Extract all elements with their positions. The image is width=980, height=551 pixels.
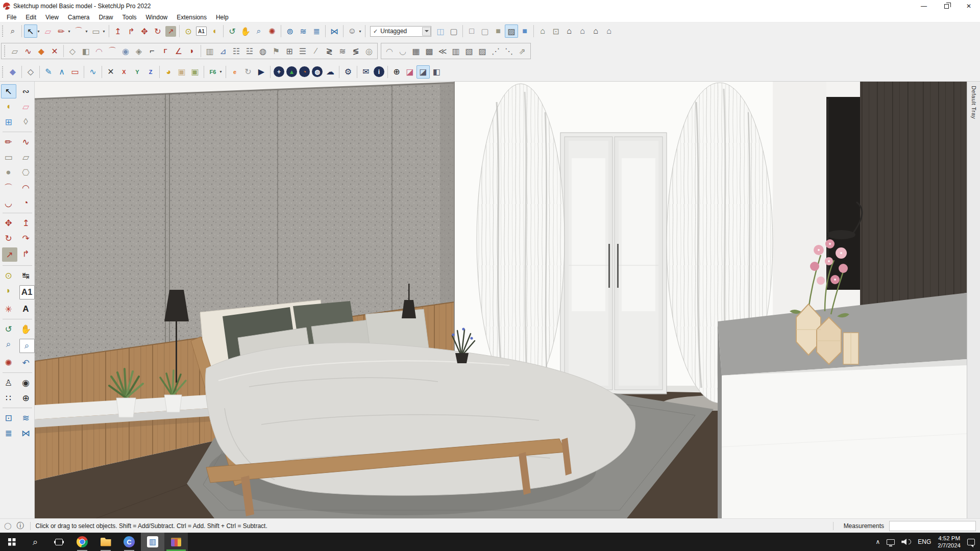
- rectangle-icon[interactable]: ▭: [1, 150, 16, 164]
- taskbar-clock[interactable]: 4:52 PM 2/7/2024: [938, 535, 961, 549]
- taskbar-chrome-button[interactable]: [70, 533, 94, 551]
- stairs-arrow-icon[interactable]: ≶: [349, 44, 362, 58]
- taskbar-c-app-button[interactable]: C: [117, 533, 141, 551]
- lines-bundle-icon[interactable]: ⋰: [489, 44, 502, 58]
- shelf-stack-icon[interactable]: ☰: [296, 44, 309, 58]
- back-edges-style-icon[interactable]: ▢: [447, 24, 460, 38]
- drape-tool-icon[interactable]: ≣: [310, 24, 323, 38]
- hidden-line-style-icon[interactable]: ▢: [478, 24, 492, 38]
- tape-measure-icon[interactable]: ⊙: [1, 268, 16, 283]
- task-view-button[interactable]: [47, 533, 70, 551]
- sync-icon[interactable]: ↻: [241, 65, 255, 79]
- black-axes-icon[interactable]: ✕: [104, 65, 117, 79]
- stairs-profile-icon[interactable]: ≷: [323, 44, 336, 58]
- text-tool-icon[interactable]: A1: [19, 285, 35, 299]
- vertex-shape-icon[interactable]: ◈: [132, 44, 145, 58]
- close-button[interactable]: ✕: [958, 0, 980, 12]
- paint-bucket-icon[interactable]: ◖: [1, 99, 16, 114]
- toolbar-drag-handle[interactable]: [2, 26, 4, 37]
- zoom-icon[interactable]: ⌕: [252, 24, 265, 38]
- crosshatch-icon[interactable]: ▩: [423, 44, 436, 58]
- network-icon[interactable]: [887, 539, 895, 545]
- orbit-icon[interactable]: ↺: [226, 24, 239, 38]
- offset-icon[interactable]: ↱: [125, 24, 138, 38]
- viewport-3d-scene[interactable]: [35, 82, 967, 518]
- restore-button[interactable]: [935, 0, 958, 12]
- menu-edit[interactable]: Edit: [21, 14, 41, 21]
- eraser-icon[interactable]: ▱: [41, 24, 55, 38]
- enscape-icon[interactable]: e: [228, 65, 241, 79]
- pan-icon[interactable]: ✋: [239, 24, 252, 38]
- menu-view[interactable]: View: [41, 14, 63, 21]
- quad-face-icon[interactable]: ◆: [6, 65, 19, 79]
- section-plane-icon[interactable]: ◪: [403, 65, 416, 79]
- zoom-icon[interactable]: ⌕: [1, 337, 16, 352]
- checkered-ball-icon[interactable]: ◍: [312, 66, 323, 77]
- envelope-icon[interactable]: ✉: [359, 65, 373, 79]
- fractured-cube-icon[interactable]: ▧: [462, 44, 476, 58]
- taskbar-explorer-button[interactable]: [94, 533, 117, 551]
- lines-dense-icon[interactable]: ⋱: [502, 44, 516, 58]
- y-axis-tool-icon[interactable]: Y: [131, 65, 144, 79]
- measurements-input[interactable]: [889, 521, 976, 531]
- taskbar-sketchup-button[interactable]: ▥: [141, 533, 164, 551]
- three-point-arc-icon[interactable]: ◡: [1, 196, 16, 210]
- language-indicator[interactable]: ENG: [918, 538, 931, 545]
- scale-icon[interactable]: ↗: [2, 247, 17, 262]
- dimension-icon[interactable]: ↹: [18, 268, 34, 283]
- rotated-rectangle-icon[interactable]: ▱: [18, 150, 34, 164]
- toolbar-drag-handle[interactable]: [2, 66, 4, 78]
- layers-export-icon[interactable]: ≣: [1, 426, 16, 440]
- cloud-upload-icon[interactable]: ☁: [324, 65, 337, 79]
- shaded-style-icon[interactable]: ■: [492, 24, 505, 38]
- round-box-icon[interactable]: ⌒: [106, 44, 119, 58]
- axes-icon[interactable]: ✳: [1, 302, 16, 316]
- two-point-arc-icon[interactable]: ◠: [18, 181, 34, 195]
- extrude-face-icon[interactable]: ◧: [79, 44, 92, 58]
- arc-icon[interactable]: ⌒: [1, 181, 16, 195]
- surface-sheet-icon[interactable]: ▱: [8, 44, 21, 58]
- move-icon[interactable]: ✥: [1, 216, 16, 230]
- freehand-icon[interactable]: ∿: [18, 135, 34, 149]
- move-icon[interactable]: ✥: [138, 24, 151, 38]
- box-arrow-icon[interactable]: ⊞: [283, 44, 296, 58]
- x-axis-tool-icon[interactable]: X: [117, 65, 131, 79]
- chevron-stack-icon[interactable]: ≪: [436, 44, 449, 58]
- toolbar-drag-handle[interactable]: [4, 45, 6, 57]
- taskbar-winrar-button[interactable]: [164, 533, 188, 551]
- paint-bucket-icon[interactable]: ◖: [208, 24, 221, 38]
- add-circle-icon[interactable]: +: [274, 66, 284, 77]
- dashed-polygon-icon[interactable]: ◇: [66, 44, 79, 58]
- z-axis-tool-icon[interactable]: Z: [144, 65, 157, 79]
- zoom-extents-icon[interactable]: ✺: [265, 24, 279, 38]
- offset-icon[interactable]: ↱: [18, 246, 34, 261]
- info-icon[interactable]: i: [374, 66, 384, 77]
- pie-icon[interactable]: ◔: [18, 196, 34, 210]
- bezier-curve-icon[interactable]: ∿: [21, 44, 35, 58]
- drape-sheet-icon[interactable]: ◠: [383, 44, 396, 58]
- rotate-icon[interactable]: ↻: [1, 231, 16, 245]
- display-section-cuts-icon[interactable]: ◪: [416, 65, 430, 79]
- cube-corner-green-icon[interactable]: ▣: [188, 65, 202, 79]
- geolocation-icon[interactable]: ◯: [4, 522, 12, 530]
- material-swatches-icon[interactable]: ◔: [299, 66, 310, 77]
- push-pull-icon[interactable]: ↥: [111, 24, 125, 38]
- back-view-icon[interactable]: ⌂: [589, 24, 602, 38]
- cube-corner-icon[interactable]: ▣: [175, 65, 188, 79]
- tag-selector-dropdown[interactable]: [422, 27, 431, 36]
- solar-north-icon[interactable]: ⊕: [390, 65, 403, 79]
- menu-tools[interactable]: Tools: [118, 14, 141, 21]
- stairs-icon[interactable]: ≋: [336, 44, 349, 58]
- top-view-icon[interactable]: ⊡: [549, 24, 562, 38]
- ramp-icon[interactable]: ∕: [309, 44, 323, 58]
- start-button[interactable]: [0, 533, 23, 551]
- arc-dropdown[interactable]: ▾: [84, 24, 89, 38]
- taskbar-search-button[interactable]: ⌕: [23, 533, 47, 551]
- zoom-window-icon[interactable]: ⌕: [19, 339, 35, 353]
- curve-tool-icon[interactable]: ∿: [86, 65, 100, 79]
- menu-window[interactable]: Window: [141, 14, 173, 21]
- left-view-icon[interactable]: ⌂: [602, 24, 616, 38]
- eraser-icon[interactable]: ▱: [18, 99, 34, 114]
- wireframe-diamond-icon[interactable]: ◇: [24, 65, 37, 79]
- sphere-in-box-icon[interactable]: ◉: [119, 44, 132, 58]
